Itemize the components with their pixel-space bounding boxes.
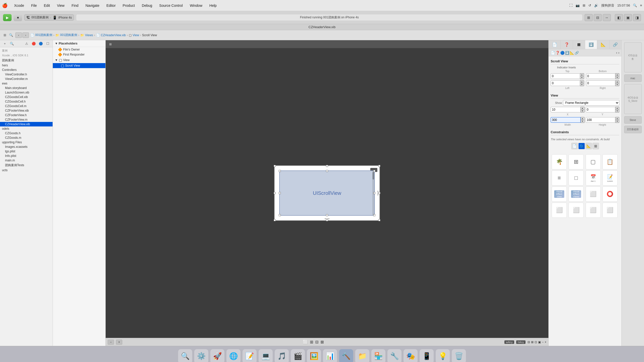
editor-assistant-btn[interactable]: ⊟ — [594, 14, 602, 21]
library-item-5[interactable]: ≡ — [552, 170, 567, 186]
handle-bm[interactable] — [326, 219, 328, 221]
align-right-icon[interactable]: ⊡ — [535, 340, 537, 344]
volume-icon[interactable]: 🔊 — [594, 4, 598, 7]
menu-product[interactable]: Product — [121, 3, 136, 8]
library-item-1[interactable]: 🌴 — [552, 154, 567, 169]
zoom-out-btn[interactable]: − — [108, 340, 114, 345]
tree-item-launch[interactable]: LaunchScreen.xib — [0, 90, 53, 95]
dock-safari[interactable]: 🌐 — [226, 349, 240, 362]
left-stepper[interactable]: ▲ ▼ — [580, 80, 584, 86]
library-item-2[interactable]: ⊞ — [569, 154, 584, 169]
nav-back-btn[interactable]: ‹ — [15, 32, 22, 38]
tree-item-goodscell-m[interactable]: CZGoodsCell.m — [0, 104, 53, 108]
refresh-icon[interactable]: ↺ — [588, 4, 591, 7]
tree-item-vc-m[interactable]: ViewController.m — [0, 77, 53, 81]
dock-notes[interactable]: 📝 — [243, 349, 257, 362]
library-item-8[interactable]: 📝 Lorem — [602, 170, 618, 186]
editor-version-btn[interactable]: ↔ — [603, 14, 611, 21]
library-item-7[interactable]: 📅 Jan 1 — [586, 170, 601, 186]
dock-trash[interactable]: 🗑️ — [452, 349, 466, 362]
tree-item-goods-h[interactable]: CZGoods.h — [0, 131, 53, 135]
sv-handle-tm[interactable] — [326, 170, 328, 172]
y-input[interactable] — [586, 107, 616, 112]
dock-tools-2[interactable]: 🎭 — [404, 349, 418, 362]
tree-item-goods-m[interactable]: CZGoods.m — [0, 135, 53, 140]
top-step-up[interactable]: ▲ — [580, 73, 584, 76]
sv-handle-tl[interactable] — [279, 170, 281, 172]
tree-item-images[interactable]: Images.xcassets — [0, 145, 53, 149]
size-constraint-2[interactable]: ⊞ — [310, 340, 313, 344]
menu-editor[interactable]: Editor — [105, 3, 117, 8]
width-input[interactable] — [551, 117, 581, 123]
menu-window[interactable]: Window — [188, 3, 204, 8]
tree-item-main-storyboard[interactable]: Main.storyboard — [0, 86, 53, 90]
constraint-icon-size[interactable]: 📐 — [585, 143, 592, 149]
dock-quicktime[interactable]: 🎬 — [291, 349, 305, 362]
breadcrumb-view[interactable]: View — [133, 33, 139, 37]
view-layout-btn-1[interactable]: ◧ — [615, 14, 623, 21]
breadcrumb-scroll-view[interactable]: Scroll View — [142, 33, 157, 37]
breadcrumb-project-2[interactable]: 001团购案例 — [60, 33, 77, 37]
top-stepper[interactable]: ▲ ▼ — [580, 73, 584, 79]
library-item-3[interactable]: ▢ — [586, 154, 601, 169]
nav-error-btn[interactable]: 🔴 — [31, 41, 36, 47]
handle-tl[interactable] — [274, 165, 276, 167]
tree-item-main-m[interactable]: main.m — [0, 158, 53, 163]
dock-simulator[interactable]: 📱 — [420, 349, 434, 362]
left-input[interactable] — [551, 80, 580, 86]
left-step-down[interactable]: ▼ — [580, 83, 584, 86]
tab-attributes-active[interactable]: ⬇️ — [585, 40, 597, 49]
library-item-4[interactable]: 📋 — [602, 154, 618, 169]
top-step-down[interactable]: ▼ — [580, 76, 584, 79]
x-step-down[interactable]: ▼ — [581, 110, 584, 112]
width-stepper[interactable]: ▲ ▼ — [581, 117, 585, 123]
bottom-input[interactable] — [586, 73, 616, 79]
bottom-step-down[interactable]: ▼ — [615, 76, 619, 79]
search-icon[interactable]: 🔍 — [633, 4, 637, 7]
handle-tm[interactable] — [326, 165, 328, 167]
tree-item-project[interactable]: 团购案例 — [0, 58, 53, 63]
align-left-icon[interactable]: ⊟ — [528, 340, 530, 344]
menu-navigate[interactable]: Navigate — [84, 3, 101, 8]
nav-analyzer-btn[interactable]: 🔵 — [38, 41, 44, 47]
insp-forward-btn[interactable]: › — [618, 51, 619, 55]
library-item-13[interactable]: ⬜ — [552, 203, 567, 218]
width-step-down[interactable]: ▼ — [581, 120, 584, 123]
right-stepper[interactable]: ▲ ▼ — [615, 80, 619, 86]
right-step-down[interactable]: ▼ — [615, 83, 619, 86]
xib-outer-frame[interactable]: UIScrollView — [274, 165, 380, 221]
nav-add-btn[interactable]: + — [2, 41, 8, 47]
tree-item-odels[interactable]: odels — [0, 126, 53, 131]
nav-search-btn[interactable]: 🔍 — [8, 32, 14, 38]
menu-source-control[interactable]: Source Control — [158, 3, 184, 8]
handle-mr[interactable] — [378, 192, 380, 194]
w-any-badge[interactable]: wAny — [504, 340, 514, 344]
network-icon[interactable]: ⊞ — [583, 4, 585, 7]
constraint-icon-file[interactable]: 📄 — [571, 143, 578, 149]
tree-item-supporting[interactable]: upporting Files — [0, 140, 53, 145]
constraint-icon-table[interactable]: ⊞ — [592, 143, 599, 149]
tab-file-icon[interactable]: 📄 — [549, 40, 561, 49]
fullscreen-icon[interactable]: ⛶ — [569, 4, 573, 7]
tree-item-footer-xib[interactable]: CZFooterView.xib — [0, 108, 53, 113]
height-stepper[interactable]: ▲ ▼ — [615, 117, 619, 123]
library-item-9[interactable]: VisualEffectView — [552, 187, 567, 202]
dock-xcode[interactable]: 🔨 — [339, 349, 353, 362]
dock-tools-1[interactable]: 🔧 — [387, 349, 401, 362]
library-item-15[interactable]: ⬜ — [586, 203, 601, 218]
sv-handle-ml[interactable] — [279, 192, 281, 194]
tree-item-ews[interactable]: ews — [0, 81, 53, 86]
tree-item-info[interactable]: Info.plist — [0, 154, 53, 158]
size-constraint-4[interactable]: ⊠ — [320, 340, 324, 344]
zoom-btn-2[interactable]: + — [545, 340, 546, 344]
insp-conn-icon[interactable]: 🔗 — [575, 51, 579, 55]
tab-identity[interactable]: 🔳 — [573, 40, 585, 49]
dock-appstore[interactable]: 🏪 — [371, 349, 385, 362]
bottom-stepper[interactable]: ▲ ▼ — [615, 73, 619, 79]
tree-files-owner[interactable]: 🔶 File's Owner — [53, 47, 105, 52]
insp-help-icon[interactable]: ❓ — [555, 51, 560, 55]
breadcrumb-file[interactable]: CZHeaderView.xib — [101, 33, 126, 37]
view-layout-btn-2[interactable]: ▣ — [624, 14, 632, 21]
right-input[interactable] — [586, 80, 616, 86]
handle-tr[interactable] — [378, 165, 380, 167]
